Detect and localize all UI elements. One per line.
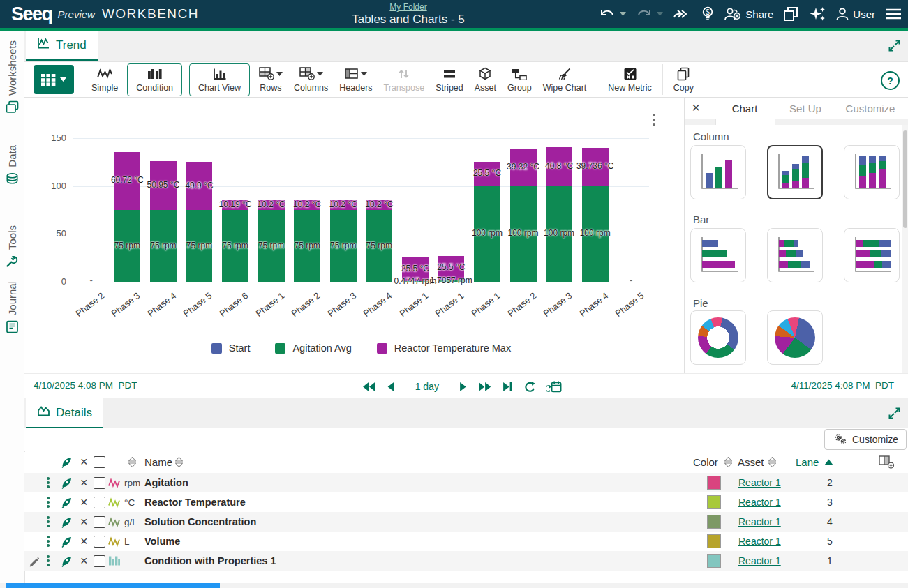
asset-link[interactable]: Reactor 1 [738, 492, 781, 512]
rocket-icon[interactable] [61, 492, 73, 512]
remove-item-icon[interactable]: × [80, 551, 88, 571]
sidebar-item-journal[interactable]: Journal [0, 281, 24, 333]
step-forward-icon[interactable] [459, 382, 468, 392]
rocket-icon[interactable] [61, 473, 73, 492]
chart-type-thumb-pie-donut[interactable] [690, 310, 746, 365]
add-column-icon[interactable] [879, 452, 895, 472]
color-swatch[interactable] [707, 551, 721, 571]
toolbar-button-simple[interactable]: Simple [91, 67, 118, 93]
checkbox[interactable] [94, 477, 105, 489]
sidebar-item-data[interactable]: Data [0, 145, 24, 186]
sort-name-icon[interactable] [175, 452, 183, 472]
asset-link[interactable]: Reactor 1 [738, 512, 781, 532]
color-swatch-box[interactable] [707, 534, 721, 548]
color-swatch[interactable] [707, 492, 721, 512]
panel-scrollbar-thumb[interactable] [903, 130, 907, 228]
sort-type-icon[interactable] [128, 452, 136, 472]
toolbar-button-striped[interactable]: Striped [436, 67, 463, 93]
table-row[interactable]: ×LVolumeReactor 15 [24, 532, 908, 551]
checkbox[interactable] [94, 516, 105, 528]
row-checkbox[interactable] [94, 473, 105, 492]
toolbar-button-new-metric[interactable]: New Metric [608, 67, 652, 93]
toolbar-button-wipe-chart[interactable]: Wipe Chart [543, 67, 587, 93]
tab-trend[interactable]: Trend [26, 31, 98, 61]
asset-link[interactable]: Reactor 1 [738, 473, 781, 492]
customize-button[interactable]: Customize [824, 429, 907, 450]
sort-asc-icon[interactable] [824, 452, 833, 472]
toolbar-button-asset[interactable]: Asset [475, 67, 496, 93]
color-swatch[interactable] [707, 473, 721, 492]
toolbar-button-group[interactable]: Group [507, 67, 532, 93]
redo-icon[interactable] [635, 8, 663, 20]
pencil-icon[interactable] [29, 551, 40, 571]
table-row[interactable]: ×rpmAgitationReactor 12 [24, 473, 908, 492]
tab-details[interactable]: Details [26, 398, 103, 429]
details-horizontal-scrollbar-thumb[interactable] [6, 583, 220, 588]
range-end-datetime[interactable]: 4/11/2025 4:08 PM PDT [791, 380, 894, 391]
chart-menu-kebab-icon[interactable] [648, 110, 660, 130]
color-swatch-box[interactable] [707, 515, 721, 529]
row-kebab-icon[interactable] [44, 473, 52, 492]
chart-type-thumb-column-grouped[interactable] [690, 145, 746, 199]
help-icon[interactable]: ? [881, 71, 900, 90]
toolbar-button-condition[interactable]: Condition [127, 63, 182, 96]
legend-item[interactable]: Reactor Temperature Max [377, 342, 511, 354]
step-backward-icon[interactable] [387, 382, 395, 392]
rocket-icon[interactable] [61, 551, 73, 571]
chart-type-thumb-bar-100-stacked[interactable] [844, 228, 900, 282]
rocket-icon[interactable] [61, 452, 73, 472]
share-users-icon[interactable]: Share [724, 7, 773, 21]
legend-item[interactable]: Agitation Avg [275, 342, 351, 354]
select-all-checkbox[interactable] [94, 452, 105, 472]
item-name[interactable]: Reactor Temperature [144, 492, 246, 512]
duplicate-worksheet-icon[interactable] [782, 6, 799, 22]
trend-expand-icon[interactable] [886, 38, 902, 56]
row-checkbox[interactable] [94, 551, 105, 571]
price-insight-icon[interactable]: $ [701, 6, 715, 22]
remove-item-icon[interactable]: × [80, 473, 88, 492]
toolbar-button-copy[interactable]: Copy [673, 67, 694, 93]
seeq-logo[interactable]: Seeq [11, 3, 52, 25]
rocket-icon[interactable] [61, 512, 73, 532]
skip-to-end-icon[interactable] [503, 382, 513, 392]
checkbox[interactable] [94, 555, 105, 567]
toolbar-button-headers[interactable]: Headers [339, 67, 372, 93]
undo-icon[interactable] [598, 8, 626, 20]
table-row[interactable]: ×Condition with Properties 1Reactor 11 [24, 551, 908, 571]
fast-backward-icon[interactable] [362, 382, 376, 392]
remove-item-icon[interactable]: × [80, 532, 88, 551]
column-header-color[interactable]: Color [693, 452, 718, 472]
asset-link[interactable]: Reactor 1 [738, 532, 781, 551]
color-swatch-box[interactable] [707, 495, 721, 509]
table-view-dropdown-button[interactable] [34, 65, 74, 94]
toolbar-button-chart-view[interactable]: Chart View [189, 63, 250, 96]
color-swatch[interactable] [707, 532, 721, 551]
sidebar-item-worksheets[interactable]: Worksheets [0, 40, 24, 114]
column-header-asset[interactable]: Asset [738, 452, 764, 472]
color-swatch-box[interactable] [707, 554, 721, 568]
remove-item-icon[interactable]: × [80, 512, 88, 532]
ai-sparkles-icon[interactable] [808, 6, 826, 22]
fast-forward-icon[interactable] [478, 382, 492, 392]
color-swatch[interactable] [707, 512, 721, 532]
row-checkbox[interactable] [94, 512, 105, 532]
calendar-copy-icon[interactable] [546, 380, 563, 393]
item-name[interactable]: Agitation [144, 473, 188, 492]
item-name[interactable]: Volume [144, 532, 180, 551]
rocket-icon[interactable] [61, 532, 73, 551]
row-kebab-icon[interactable] [44, 492, 52, 512]
row-kebab-icon[interactable] [44, 512, 52, 532]
range-start-datetime[interactable]: 4/10/2025 4:08 PM PDT [34, 380, 137, 391]
refresh-icon[interactable] [523, 381, 536, 393]
color-swatch-box[interactable] [707, 476, 721, 490]
row-checkbox[interactable] [94, 492, 105, 512]
sort-color-icon[interactable] [724, 452, 732, 472]
duration-label[interactable]: 1 day [415, 381, 439, 392]
item-name[interactable]: Solution Concentration [144, 512, 256, 532]
row-checkbox[interactable] [94, 532, 105, 551]
folder-breadcrumb-link[interactable]: My Folder [389, 2, 426, 12]
column-header-lane[interactable]: Lane [796, 452, 819, 472]
user-icon[interactable]: User [835, 7, 875, 21]
remove-all-icon[interactable]: × [80, 452, 88, 472]
table-row[interactable]: ×g/LSolution ConcentrationReactor 14 [24, 512, 908, 532]
